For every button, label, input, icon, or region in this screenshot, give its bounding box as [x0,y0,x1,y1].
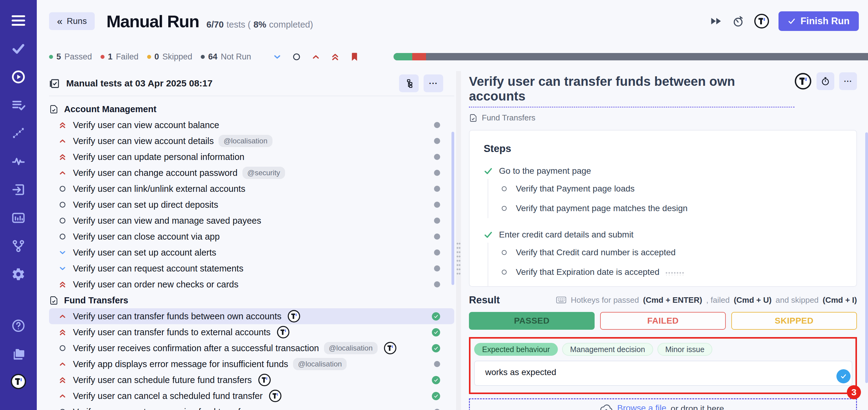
test-title: Verify user can transfer funds between o… [73,311,281,321]
step-title: Enter credit card details and submit [499,230,633,240]
list-more-button[interactable]: ··· [424,74,443,92]
step-check-item: Verify that Payment page loads [488,179,842,198]
sidebar-item-analytics-icon[interactable] [10,210,27,226]
sidebar-item-runs-icon[interactable] [10,69,27,85]
test-row[interactable]: Verify user can view and manage saved pa… [49,213,454,229]
notrun-dot [201,55,205,59]
step-block: Enter credit card details and submitVeri… [484,230,842,287]
hotkeys-hint: Hotkeys for passed (Cmd + ENTER) , faile… [556,295,857,305]
sidebar-item-logo-icon[interactable] [10,374,27,390]
test-row[interactable]: Verify user can view account balance [49,117,454,133]
test-row[interactable]: Verify user can change account password@… [49,165,454,181]
test-row[interactable]: Verify user can transfer funds between o… [49,308,454,324]
test-row[interactable]: Verify user can view account details@loc… [49,133,454,149]
test-list-header: Manual tests at 03 Apr 2025 08:17 ··· [49,71,454,96]
filter-chevron-down-icon[interactable] [273,52,282,62]
result-passed-button[interactable]: PASSED [469,312,595,330]
detail-scrollbar[interactable] [865,132,868,383]
status-notrun-icon [434,201,440,208]
failed-dot [100,55,104,59]
status-notrun-icon [434,218,440,224]
breadcrumb[interactable]: Fund Transfers [469,113,857,123]
stopwatch-icon[interactable] [732,15,745,27]
comment-chip[interactable]: Management decision [562,343,653,356]
priority-highest-icon [58,280,67,289]
step-checks: Verify that Credit card number is accept… [488,243,842,287]
test-title: Verify user can schedule future fund tra… [73,375,252,385]
panel-resize-divider[interactable] [456,71,461,410]
sidebar-item-settings-icon[interactable] [10,266,27,283]
submit-comment-button[interactable] [836,369,850,383]
timer-button[interactable] [816,72,834,90]
test-row[interactable]: Verify user can order new checks or card… [49,276,454,292]
finish-run-button[interactable]: Finish Run [778,11,859,31]
comment-input[interactable]: works as expected [474,361,852,386]
status-passed-icon [432,344,440,352]
group-by-suite-button[interactable] [399,74,419,92]
priority-normal-icon [58,408,67,410]
sidebar-item-pulse-icon[interactable] [10,153,27,170]
test-row[interactable]: Verify user can update personal informat… [49,149,454,165]
result-skipped-button[interactable]: SKIPPED [731,312,857,330]
sidebar-item-projects-icon[interactable] [10,346,27,362]
status-notrun-icon [434,409,440,410]
filter-bookmark-icon[interactable] [350,52,359,62]
test-title: Verify user can transfer funds to extern… [73,327,271,337]
stat-notrun: 64Not Run [201,52,251,62]
sidebar-item-menu-icon[interactable] [10,12,27,29]
suite-section-row[interactable]: Account Management [49,101,454,117]
status-passed-icon [432,328,440,337]
priority-highest-icon [58,376,67,384]
detail-more-button[interactable]: ··· [839,72,857,90]
test-row[interactable]: Verify user can set up account alerts [49,245,454,260]
priority-low-icon [58,264,67,273]
test-row[interactable]: Verify app displays error message for in… [49,356,454,372]
test-row[interactable]: Verify user can close account via app [49,229,454,245]
test-row[interactable]: Verify user can transfer funds to extern… [49,324,454,340]
test-row[interactable]: Verify user receives confirmation after … [49,340,454,356]
priority-high-icon [58,168,67,177]
tag-pill: @localisation [324,342,378,354]
priority-highest-icon [58,121,67,129]
steps-list: Go to the payment pageVerify that Paymen… [484,166,842,287]
test-title: Verify user receives confirmation after … [73,343,319,353]
comment-template-chips: Expected behaviourManagement decisionMin… [474,343,852,356]
test-title: Verify user can view account balance [73,120,219,130]
filter-double-chevron-up-icon[interactable] [331,52,340,62]
sidebar-item-branches-icon[interactable] [10,238,27,254]
sidebar-item-import-icon[interactable] [10,181,27,198]
test-row[interactable]: Verify user can set up recurring fund tr… [49,404,454,410]
test-row[interactable]: Verify user can schedule future fund tra… [49,372,454,388]
test-title: Verify app displays error message for in… [73,359,288,369]
comment-chip[interactable]: Minor issue [657,343,713,356]
sidebar-item-tasks-icon[interactable] [10,40,27,57]
filter-circle-icon[interactable] [292,52,301,62]
fast-forward-icon[interactable] [710,15,723,27]
comment-chip[interactable]: Expected behaviour [474,343,558,356]
automated-test-badge-icon [384,342,397,354]
stat-passed: 5Passed [49,52,92,62]
passed-dot [49,55,53,59]
section-resize-handle[interactable] [665,272,685,275]
suite-file-icon [49,296,59,305]
test-title: Verify user can set up account alerts [73,248,216,258]
sidebar-item-help-icon[interactable] [10,317,27,334]
sidebar-item-test-plans-icon[interactable] [10,97,27,114]
filter-chevron-up-icon[interactable] [311,52,320,62]
testomat-logo-icon[interactable] [754,13,769,29]
test-row[interactable]: Verify user can set up direct deposits [49,197,454,213]
priority-low-icon [58,248,67,257]
sidebar-item-milestones-icon[interactable] [10,125,27,141]
result-failed-button[interactable]: FAILED [600,312,726,330]
browse-file-link[interactable]: Browse a file [617,403,666,410]
suite-section-row[interactable]: Fund Transfers [49,292,454,308]
back-to-runs-button[interactable]: « Runs [49,12,95,30]
test-detail-title[interactable]: Verify user can transfer funds between o… [469,74,795,107]
list-scrollbar[interactable] [452,132,454,285]
test-detail-panel: Verify user can transfer funds between o… [469,72,868,410]
test-row[interactable]: Verify user can link/unlink external acc… [49,181,454,197]
header: « Runs Manual Run 6/70 tests ( 8% comple… [49,8,859,34]
test-row[interactable]: Verify user can request account statemen… [49,260,454,276]
test-row[interactable]: Verify user can cancel a scheduled fund … [49,388,454,404]
file-dropzone[interactable]: Browse a file or drop it here. [469,398,857,410]
